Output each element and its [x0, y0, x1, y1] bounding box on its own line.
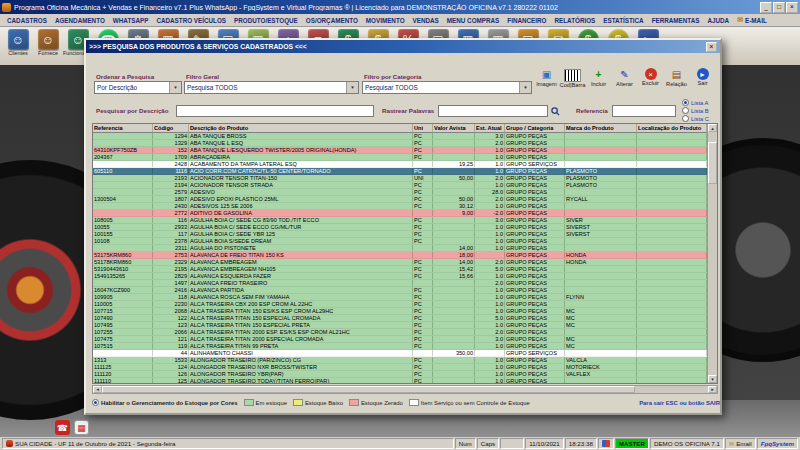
column-header-est-atual[interactable]: Est. Atual	[475, 124, 505, 133]
column-header-c-digo[interactable]: Código	[153, 124, 189, 133]
minimize-button[interactable]: _	[760, 2, 772, 13]
table-row[interactable]: 111120126ALONGADOR TRASEIRO YBR(PAR)PC1.…	[93, 371, 707, 378]
table-row[interactable]: 2428ACABAMENTO DA TAMPA LATERAL ESQ19,25…	[93, 161, 707, 168]
menu-item-ajuda[interactable]: AJUDA	[703, 17, 733, 24]
menu-item-email[interactable]: ✉E-MAIL	[733, 16, 771, 24]
column-header-descri-o-do-produto[interactable]: Descrição do Produto	[189, 124, 413, 133]
menu-item-ferramentas[interactable]: FERRAMENTAS	[648, 17, 704, 24]
radio-lista-c[interactable]: Lista C	[682, 115, 709, 122]
vertical-scrollbar[interactable]: ▲ ▼	[707, 124, 717, 383]
cod-barra-button[interactable]: |||Cod|Barra	[560, 67, 585, 88]
table-row[interactable]: 44ALINHAMENTO CHASSI350,00GRUPO SERVIÇOS	[93, 350, 707, 357]
table-row[interactable]: 2193ACIONADOR TENSOR TITAN-150UNI50,002.…	[93, 175, 707, 182]
table-row[interactable]: 111125124ALONGADOR TRASEIRO NXR BROSS/TW…	[93, 364, 707, 371]
table-row[interactable]: 100155117AGULHA BOIA C/ SEDE YBR 125PC1.…	[93, 231, 707, 238]
menu-item-movimento[interactable]: MOVIMENTO	[362, 17, 409, 24]
relacao-button[interactable]: ▤Relação	[664, 67, 689, 88]
status-email[interactable]: ✉ Email	[725, 438, 756, 449]
table-row[interactable]: 1072552066ALCA TRASEIRA TITAN 2000 ESP. …	[93, 329, 707, 336]
table-row[interactable]: 13005041807ADESIVO EPOXI PLASTICO 25MLPC…	[93, 196, 707, 203]
table-row[interactable]: 109905118ALAVANCA ROSCA SEM FIM YAMAHAPC…	[93, 294, 707, 301]
table-row[interactable]: 2043671709ABRAÇADEIRAPC1.0GRUPO PEÇAS	[93, 154, 707, 161]
scroll-down-icon[interactable]: ▼	[708, 375, 717, 383]
imagem-button[interactable]: ▣Imagem	[534, 67, 559, 88]
search-icon[interactable]	[550, 105, 560, 117]
enable-color-management-radio[interactable]: Habilitar o Gerenciamento do Estoque por…	[92, 399, 238, 406]
table-row[interactable]: 53175KRM8602753ALAVANCA DE FREIO TITAN 1…	[93, 252, 707, 259]
menu-item-relat-rios[interactable]: RELATÓRIOS	[550, 17, 599, 24]
excluir-button[interactable]: ×Excluir	[638, 67, 663, 88]
menu-item-cadastro-ve-culos[interactable]: CADASTRO VEÍCULOS	[152, 17, 230, 24]
chevron-down-icon[interactable]: ▼	[169, 82, 181, 93]
table-row[interactable]: 2579ADESIVOPC28.0GRUPO PEÇAS	[93, 189, 707, 196]
table-row[interactable]: 6051101116ACIO CORR.COM CATRAC/TL-50 CEN…	[93, 168, 707, 175]
column-header-localiza-o-do-produto[interactable]: Localização do Produto	[637, 124, 707, 133]
table-row[interactable]: 1294ABA TANQUE BROSSPC3.0GRUPO PEÇAS	[93, 133, 707, 140]
column-header-grupo-categoria[interactable]: Grupo / Categoria	[505, 124, 565, 133]
column-header-referencia[interactable]: Referencia	[93, 124, 153, 133]
close-button[interactable]: ×	[786, 2, 798, 13]
menu-item-cadastros[interactable]: CADASTROS	[3, 17, 51, 24]
table-row[interactable]: 13131533ALONGADOR TRASEIRO (PAR/ZINCO) C…	[93, 357, 707, 364]
menu-item-estat-stica[interactable]: ESTATÍSTICA	[599, 17, 647, 24]
menu-item-menu-compras[interactable]: MENU COMPRAS	[443, 17, 503, 24]
table-row[interactable]: 111110125ALONGADOR TRASEIRO TODAY/TITAN …	[93, 378, 707, 383]
general-filter-select[interactable]: Pesquisa TODOS ▼	[184, 81, 359, 94]
dialog-close-button[interactable]: ×	[706, 42, 717, 52]
phone-icon[interactable]: ☎	[55, 420, 70, 435]
table-row[interactable]: 107490122ALCA TRASEIRA TITAN 150 ESPECIA…	[93, 315, 707, 322]
table-row[interactable]: 2772ADITIVO DE GASOLINA9,00-2.0GRUPO PEÇ…	[93, 210, 707, 217]
column-header-marca-do-produto[interactable]: Marca do Produto	[565, 124, 637, 133]
alterar-button[interactable]: ✎Alterar	[612, 67, 637, 88]
search-description-input[interactable]	[176, 105, 374, 117]
table-row[interactable]: 531904436102195ALAVANCA EMBREAGEM NH105P…	[93, 266, 707, 273]
menu-item-os-or-amento[interactable]: OS/ORÇAMENTO	[302, 17, 362, 24]
horizontal-scroll-track[interactable]	[102, 386, 708, 393]
horizontal-scroll-thumb[interactable]	[102, 386, 635, 393]
radio-lista-a[interactable]: Lista A	[682, 99, 709, 106]
chevron-down-icon[interactable]: ▼	[346, 82, 358, 93]
menu-item-whatsapp[interactable]: WHATSAPP	[109, 17, 153, 24]
table-row[interactable]: 2194ACIONADOR TENSOR STRADAPC1.0GRUPO PE…	[93, 182, 707, 189]
calendar-icon[interactable]: ▦	[74, 420, 89, 435]
vertical-scroll-track[interactable]	[708, 132, 717, 375]
table-row[interactable]: 108005116AGULHA BOIA C/ SEDE CG 83/90 TO…	[93, 217, 707, 224]
horizontal-scrollbar[interactable]: ◄ ►	[92, 385, 718, 394]
table-row[interactable]: 1100052230ALCA TRASEIRA CBX 200 ESP CROM…	[93, 301, 707, 308]
menu-item-produto-estoque[interactable]: PRODUTO/ESTOQUE	[230, 17, 302, 24]
table-row[interactable]: 107495123ALCA TRASEIRA TITAN 150 ESPECIA…	[93, 322, 707, 329]
maximize-button[interactable]: □	[773, 2, 785, 13]
table-row[interactable]: 16047KCZ9002416ALAVANCA PARTIDAPC1.0GRUP…	[93, 287, 707, 294]
table-row[interactable]: 1497ALAVANCA FREIO TRASEIRO2.0GRUPO PEÇA…	[93, 280, 707, 287]
column-header-uni[interactable]: Uni	[413, 124, 433, 133]
menu-item-vendas[interactable]: VENDAS	[409, 17, 443, 24]
track-words-input[interactable]	[438, 105, 548, 117]
scroll-right-icon[interactable]: ►	[708, 386, 717, 393]
incluir-button[interactable]: +Incluir	[586, 67, 611, 88]
radio-lista-b[interactable]: Lista B	[682, 107, 709, 114]
table-row[interactable]: 64310KPF750ZB152ABA TANQUE L/ESQUERDO TW…	[93, 147, 707, 154]
chevron-down-icon[interactable]: ▼	[519, 82, 531, 93]
category-filter-select[interactable]: Pesquisar TODOS ▼	[362, 81, 532, 94]
column-header-valor-avista[interactable]: Valor Avista	[433, 124, 475, 133]
sair-button[interactable]: ►Sair	[690, 67, 715, 88]
toolbar-fornecedores-button[interactable]: ☺Fornece	[34, 29, 62, 56]
scroll-left-icon[interactable]: ◄	[93, 386, 102, 393]
table-row[interactable]: 15491352652829ALAVANCA ESQUERDA FAZERPC1…	[93, 273, 707, 280]
table-row[interactable]: 2311AGULHA DO PISTONETE14,001.0GRUPO PEÇ…	[93, 245, 707, 252]
table-row[interactable]: 1077152068ALCA TRASEIRA TITAN 150 ES/KS …	[93, 308, 707, 315]
table-row[interactable]: 53178KRM8602329ALAVANCA EMBREAGEMPC14,00…	[93, 259, 707, 266]
vertical-scroll-thumb[interactable]	[708, 142, 717, 184]
order-search-select[interactable]: Por Descrição ▼	[94, 81, 182, 94]
reference-input[interactable]	[612, 105, 676, 117]
table-row[interactable]: 107475121ALCA TRASEIRA TITAN 2000 ESPECI…	[93, 336, 707, 343]
table-row[interactable]: 101082378AGULHA BOIA S/SEDE DREAMPC1.0GR…	[93, 238, 707, 245]
table-row[interactable]: 1329ABA TANQUE L ESQPC2.0GRUPO PEÇAS	[93, 140, 707, 147]
table-row[interactable]: 107515119ALCA TRASEIRA TITAN 99 PRETAPC1…	[93, 343, 707, 350]
scroll-up-icon[interactable]: ▲	[708, 124, 717, 132]
table-row[interactable]: 2430ADESIVOS 125 SE 2006PC30,121.0GRUPO …	[93, 203, 707, 210]
toolbar-clientes-button[interactable]: ☺Clientes	[4, 29, 32, 56]
menu-item-financeiro[interactable]: FINANCEIRO	[503, 17, 550, 24]
table-row[interactable]: 100552933AGULHA BOIA C/ SEDE ECCO CG/ML/…	[93, 224, 707, 231]
menu-item-agendamento[interactable]: AGENDAMENTO	[51, 17, 109, 24]
